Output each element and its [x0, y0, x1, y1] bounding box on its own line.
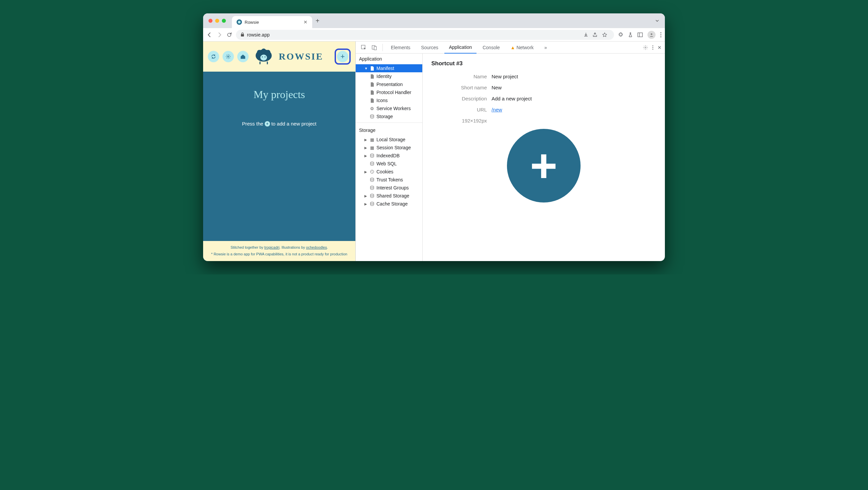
sidebar-item-cookies[interactable]: ▶Cookies [356, 168, 422, 176]
sync-button[interactable] [208, 51, 219, 62]
sidebar-section-application: Application [356, 54, 422, 64]
sidebar-item-service-workers[interactable]: ⚙Service Workers [356, 104, 422, 113]
footer-link-author[interactable]: tropicadri [265, 245, 279, 249]
sidebar-item-indexeddb[interactable]: ▶IndexedDB [356, 152, 422, 160]
file-icon [370, 98, 374, 103]
sidebar-item-presentation[interactable]: Presentation [356, 80, 422, 88]
label-dimensions: 192×192px [431, 118, 492, 123]
file-icon [370, 66, 374, 71]
reload-button[interactable] [226, 32, 232, 37]
devtools-panel: Elements Sources Application Console ▲Ne… [355, 41, 665, 261]
grid-icon: ▦ [370, 137, 374, 142]
svg-point-26 [370, 154, 374, 155]
favicon-icon [237, 20, 242, 25]
svg-point-35 [370, 202, 374, 204]
minimize-window-icon[interactable] [215, 19, 219, 23]
projects-heading: My projects [254, 88, 305, 101]
browser-window: Rowsie ✕ + rowsie.app [203, 13, 665, 261]
tab-more[interactable]: » [540, 41, 552, 54]
svg-point-10 [257, 50, 262, 55]
empty-state-hint: Press the + to add a new project [242, 121, 316, 126]
svg-point-30 [372, 171, 373, 172]
add-button-highlight: + [335, 49, 351, 65]
svg-point-31 [372, 172, 373, 173]
browser-tab[interactable]: Rowsie ✕ [232, 16, 312, 28]
svg-point-22 [652, 45, 653, 46]
footer-text: . [327, 245, 328, 249]
sidebar-item-storage[interactable]: Storage [356, 113, 422, 121]
sidebar-item-session-storage[interactable]: ▶▦Session Storage [356, 144, 422, 152]
tab-title: Rowsie [245, 20, 301, 25]
svg-point-28 [370, 170, 374, 173]
svg-point-14 [262, 57, 263, 58]
back-button[interactable] [207, 32, 213, 38]
inspect-element-icon[interactable] [359, 45, 368, 50]
svg-point-29 [371, 171, 372, 172]
install-icon[interactable] [583, 32, 591, 37]
new-tab-button[interactable]: + [315, 17, 319, 25]
tab-console[interactable]: Console [478, 41, 504, 54]
svg-point-33 [370, 186, 374, 187]
close-tab-icon[interactable]: ✕ [304, 20, 308, 25]
sidebar-item-identity[interactable]: Identity [356, 72, 422, 80]
svg-point-21 [645, 47, 646, 48]
profile-avatar[interactable] [648, 31, 655, 39]
extensions-icon[interactable] [618, 32, 623, 37]
value-url-link[interactable]: /new [492, 107, 502, 113]
shortcut-icon-preview [507, 129, 581, 203]
app-wordmark: ROWSIE [279, 51, 323, 62]
omnibox[interactable]: rowsie.app [236, 30, 614, 40]
tab-application[interactable]: Application [444, 41, 477, 54]
svg-point-15 [265, 57, 266, 58]
url-bar: rowsie.app [203, 28, 665, 41]
svg-point-4 [651, 33, 652, 35]
device-toggle-icon[interactable] [370, 45, 379, 50]
footer-link-illustrator[interactable]: ochedoodles [306, 245, 327, 249]
label-short-name: Short name [431, 85, 492, 90]
menu-icon[interactable] [660, 32, 661, 37]
app-header: ROWSIE + [203, 41, 355, 72]
tab-dropdown-icon[interactable] [655, 19, 659, 23]
traffic-lights [209, 19, 226, 23]
tab-sources[interactable]: Sources [416, 41, 443, 54]
rowsie-app: ROWSIE + My projects Press the + to add … [203, 41, 355, 261]
sidebar-item-local-storage[interactable]: ▶▦Local Storage [356, 135, 422, 144]
footer-text: . Illustrations by [279, 245, 306, 249]
devtools-close-icon[interactable]: ✕ [657, 45, 661, 50]
label-url: URL [431, 107, 492, 113]
add-project-button[interactable]: + [337, 51, 348, 62]
url-text: rowsie.app [247, 32, 270, 37]
sidebar-item-websql[interactable]: Web SQL [356, 160, 422, 168]
share-icon[interactable] [593, 32, 600, 37]
svg-point-13 [260, 55, 267, 61]
star-icon[interactable] [602, 32, 609, 37]
devtools-settings-icon[interactable] [643, 45, 648, 50]
sidebar-item-icons[interactable]: Icons [356, 96, 422, 104]
svg-point-32 [370, 178, 374, 179]
svg-rect-1 [241, 34, 244, 36]
sidebar-item-manifest[interactable]: ▼Manifest [356, 64, 422, 72]
sidebar-toggle-icon[interactable] [638, 32, 643, 37]
tab-network[interactable]: ▲Network [506, 41, 538, 54]
svg-point-25 [370, 115, 374, 116]
tab-elements[interactable]: Elements [386, 41, 415, 54]
value-name: New project [492, 73, 518, 79]
database-icon [370, 186, 374, 190]
browser-toolbar-right [618, 31, 661, 39]
close-window-icon[interactable] [209, 19, 213, 23]
maximize-window-icon[interactable] [222, 19, 226, 23]
home-button[interactable] [237, 51, 249, 62]
sidebar-item-interest-groups[interactable]: Interest Groups [356, 184, 422, 192]
database-icon [370, 194, 374, 198]
database-icon [370, 154, 374, 158]
sidebar-item-cache-storage[interactable]: ▶Cache Storage [356, 200, 422, 208]
sidebar-item-trust-tokens[interactable]: Trust Tokens [356, 176, 422, 184]
inline-plus-icon: + [265, 121, 270, 126]
settings-button[interactable] [222, 51, 234, 62]
chrome-tab-strip: Rowsie ✕ + [203, 13, 665, 28]
svg-point-34 [370, 194, 374, 195]
labs-icon[interactable] [628, 32, 633, 37]
devtools-menu-icon[interactable] [652, 45, 653, 50]
sidebar-item-protocol-handler[interactable]: Protocol Handler [356, 88, 422, 96]
sidebar-item-shared-storage[interactable]: ▶Shared Storage [356, 192, 422, 200]
